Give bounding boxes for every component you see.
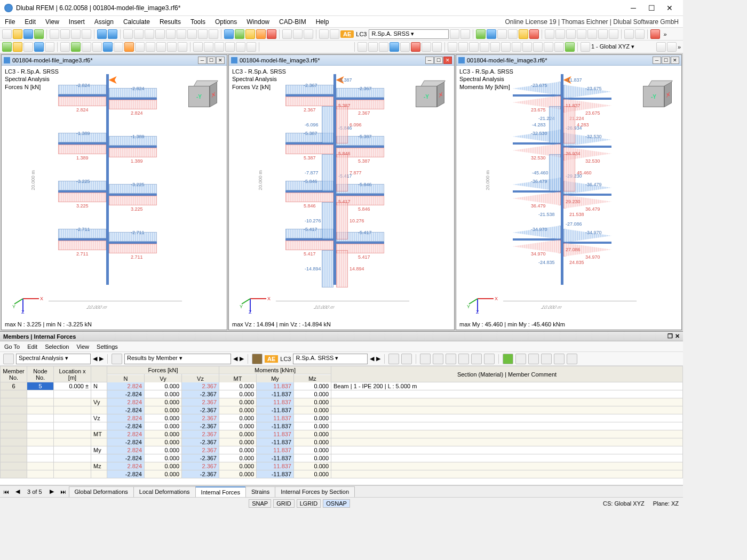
toolbar-button[interactable] [487, 29, 496, 39]
panel-menu-selection[interactable]: Selection [45, 343, 69, 350]
toolbar-button[interactable] [533, 42, 543, 52]
view-max-icon[interactable]: ☐ [207, 57, 216, 64]
menu-tools[interactable]: Tools [186, 17, 210, 27]
panel-toolbar-button[interactable] [446, 354, 456, 364]
panel-toolbar-button[interactable] [3, 354, 14, 364]
toolbar-button[interactable] [598, 29, 608, 39]
toolbar-button[interactable] [519, 29, 528, 39]
toolbar-button[interactable] [267, 29, 276, 39]
toolbar-button[interactable] [529, 29, 539, 39]
tab-internal-forces[interactable]: Internal Forces [195, 486, 246, 497]
panel-toolbar-button[interactable] [252, 354, 263, 364]
toolbar-button[interactable] [293, 29, 303, 39]
menu-cad-bim[interactable]: CAD-BIM [274, 17, 311, 27]
toolbar-button[interactable] [23, 42, 33, 52]
viewport-2[interactable]: 001804-model-file_image3.rf6*─☐✕LC3 - R.… [456, 54, 682, 330]
navigation-cube[interactable]: -YX [641, 76, 676, 108]
menu-assign[interactable]: Assign [90, 17, 118, 27]
minimize-button[interactable]: ─ [624, 2, 642, 14]
close-button[interactable]: ✕ [661, 2, 679, 14]
toolbar-button[interactable] [178, 42, 187, 52]
table-row[interactable]: -2.8240.000-2.3670.000-11.8370.000 [1, 406, 683, 414]
toolbar-button[interactable] [236, 42, 245, 52]
toolbar-button[interactable] [512, 42, 521, 52]
panel-toolbar-button[interactable] [471, 354, 482, 364]
toolbar-button[interactable] [45, 42, 54, 52]
tab-local-deformations[interactable]: Local Deformations [133, 486, 196, 497]
panel-menu-view[interactable]: View [76, 343, 89, 350]
toolbar-button[interactable] [554, 42, 564, 52]
toolbar-button[interactable] [134, 29, 144, 39]
tab-prev-icon[interactable]: ◀ [12, 488, 23, 495]
toolbar-button[interactable] [146, 42, 155, 52]
panel-toolbar-button[interactable] [401, 354, 412, 364]
view-close-icon[interactable]: ✕ [671, 57, 679, 64]
toolbar-button[interactable] [135, 42, 145, 52]
toolbar-button[interactable] [156, 42, 166, 52]
toolbar-button[interactable] [411, 42, 420, 52]
panel-menu-go-to[interactable]: Go To [4, 343, 20, 350]
toolbar-button[interactable] [390, 42, 399, 52]
toolbar-button[interactable] [2, 29, 12, 39]
menu-help[interactable]: Help [311, 17, 334, 27]
table-row[interactable]: Mz2.8240.0002.3670.00011.8370.000 [1, 462, 683, 470]
menu-calculate[interactable]: Calculate [118, 17, 155, 27]
snap-snap[interactable]: SNAP [249, 499, 271, 508]
nav-next-icon[interactable]: ▶ [376, 355, 380, 362]
lc-next-icon[interactable] [460, 29, 470, 39]
toolbar-button[interactable] [187, 29, 197, 39]
toolbar-button[interactable] [167, 42, 177, 52]
toolbar-button[interactable] [34, 42, 44, 52]
loadcase-select[interactable]: R.Sp.A. SRSS ▾ [369, 29, 449, 39]
toolbar-button[interactable] [198, 29, 208, 39]
toolbar-button[interactable] [522, 42, 532, 52]
panel-toolbar-button[interactable] [484, 354, 495, 364]
panel-toolbar-button[interactable] [458, 354, 469, 364]
menu-insert[interactable]: Insert [64, 17, 90, 27]
toolbar-button[interactable] [469, 42, 479, 52]
toolbar-button[interactable] [71, 42, 81, 52]
toolbar-button[interactable] [224, 29, 234, 39]
toolbar-button[interactable] [555, 29, 565, 39]
toolbar-button[interactable] [497, 29, 507, 39]
toolbar-button[interactable] [92, 42, 102, 52]
toolbar-button[interactable] [330, 29, 339, 39]
toolbar-button[interactable] [282, 29, 292, 39]
toolbar-button[interactable] [166, 29, 176, 39]
maximize-button[interactable]: ☐ [642, 2, 661, 14]
toolbar-button[interactable] [566, 29, 576, 39]
tab-global-deformations[interactable]: Global Deformations [69, 486, 134, 497]
toolbar-button[interactable] [60, 42, 70, 52]
table-row[interactable]: Vz2.8240.0002.3670.00011.8370.000 [1, 414, 683, 422]
toolbar-button[interactable] [624, 29, 634, 39]
snap-grid[interactable]: GRID [273, 499, 295, 508]
filter-icon[interactable] [528, 354, 539, 364]
panel-loadcase-select[interactable]: R.Sp.A. SRSS ▾ [293, 354, 368, 364]
toolbar-button[interactable] [667, 42, 677, 52]
table-row[interactable]: Vy2.8240.0002.3670.00011.8370.000 [1, 398, 683, 406]
table-row[interactable]: -2.8240.000-2.3670.000-11.8370.000 [1, 470, 683, 478]
coord-select[interactable]: 1 - Global XYZ ▾ [591, 43, 655, 50]
toolbar-button[interactable] [209, 29, 218, 39]
toolbar-button[interactable] [204, 42, 213, 52]
view-max-icon[interactable]: ☐ [434, 57, 443, 64]
menu-results[interactable]: Results [155, 17, 186, 27]
table-row[interactable]: -2.8240.000-2.3670.000-11.8370.000 [1, 390, 683, 398]
toolbar-button[interactable] [13, 42, 22, 52]
panel-close-icon[interactable]: ✕ [675, 333, 680, 340]
toolbar-button[interactable] [577, 29, 586, 39]
view-close-icon[interactable]: ✕ [216, 57, 225, 64]
toolbar-button[interactable] [82, 29, 91, 39]
toolbar-button[interactable] [458, 42, 468, 52]
navigation-cube[interactable]: -YX [414, 76, 449, 108]
toolbar-button[interactable] [581, 42, 590, 52]
menu-window[interactable]: Window [242, 17, 274, 27]
toolbar-button[interactable] [545, 29, 554, 39]
toolbar-button[interactable] [422, 42, 431, 52]
view-max-icon[interactable]: ☐ [662, 57, 670, 64]
menu-view[interactable]: View [41, 17, 64, 27]
view-min-icon[interactable]: ─ [653, 57, 661, 64]
toolbar-button[interactable] [50, 29, 59, 39]
results-table[interactable]: Member No. Node No. Location x [m] Force… [0, 366, 683, 485]
toolbar-button[interactable] [432, 42, 442, 52]
